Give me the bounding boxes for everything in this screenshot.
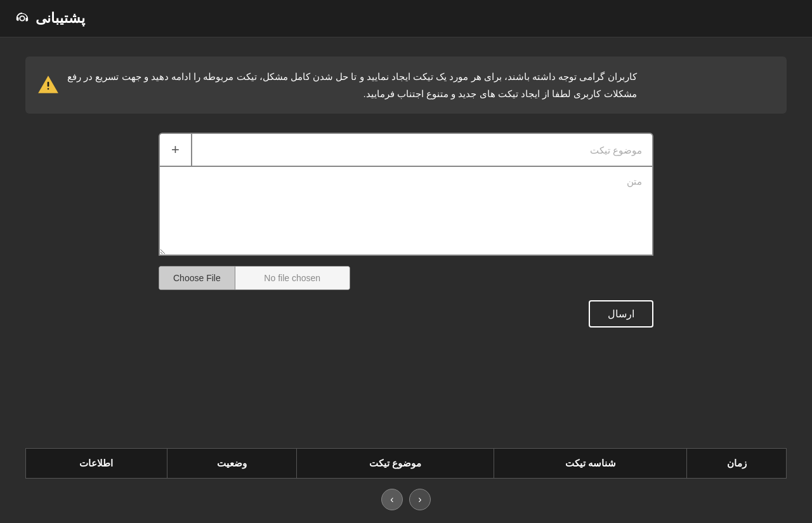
ticket-text-area[interactable] bbox=[159, 167, 653, 256]
headset-icon bbox=[15, 11, 29, 25]
submit-button[interactable]: ارسال bbox=[589, 300, 653, 328]
pagination: ‹ › bbox=[0, 489, 812, 510]
page-header: پشتیبانی bbox=[0, 0, 812, 37]
col-subject: موضوع تیکت bbox=[297, 449, 494, 479]
notice-box: کاربران گرامی توجه داشته باشند، برای هر … bbox=[25, 56, 787, 114]
ticket-form: + No file chosen Choose File ارسال bbox=[25, 133, 787, 328]
tickets-table: زمان شناسه تیکت موضوع تیکت وضعیت اطلاعات bbox=[25, 448, 787, 479]
notice-text: کاربران گرامی توجه داشته باشند، برای هر … bbox=[67, 68, 637, 102]
ticket-subject-input[interactable] bbox=[192, 136, 652, 164]
col-status: وضعیت bbox=[167, 449, 297, 479]
submit-row: ارسال bbox=[159, 300, 653, 328]
main-content: کاربران گرامی توجه داشته باشند، برای هر … bbox=[0, 37, 812, 347]
next-page-button[interactable]: › bbox=[381, 489, 403, 510]
file-input-row: No file chosen Choose File bbox=[159, 266, 653, 290]
tickets-table-section: زمان شناسه تیکت موضوع تیکت وضعیت اطلاعات bbox=[25, 448, 787, 479]
ticket-subject-row: + bbox=[159, 133, 653, 167]
table-header-row: زمان شناسه تیکت موضوع تیکت وضعیت اطلاعات bbox=[26, 449, 787, 479]
col-time: زمان bbox=[687, 449, 787, 479]
svg-point-0 bbox=[20, 16, 24, 20]
plus-button[interactable]: + bbox=[160, 134, 192, 166]
warning-icon bbox=[38, 75, 58, 95]
choose-file-button[interactable]: Choose File bbox=[159, 267, 235, 289]
file-no-chosen-label: No file chosen bbox=[235, 267, 350, 289]
prev-page-button[interactable]: ‹ bbox=[409, 489, 431, 510]
col-ticket-id: شناسه تیکت bbox=[494, 449, 687, 479]
file-input-wrapper: No file chosen Choose File bbox=[159, 266, 350, 290]
svg-point-1 bbox=[48, 88, 49, 90]
col-info: اطلاعات bbox=[26, 449, 167, 479]
page-title: پشتیبانی bbox=[36, 10, 85, 27]
